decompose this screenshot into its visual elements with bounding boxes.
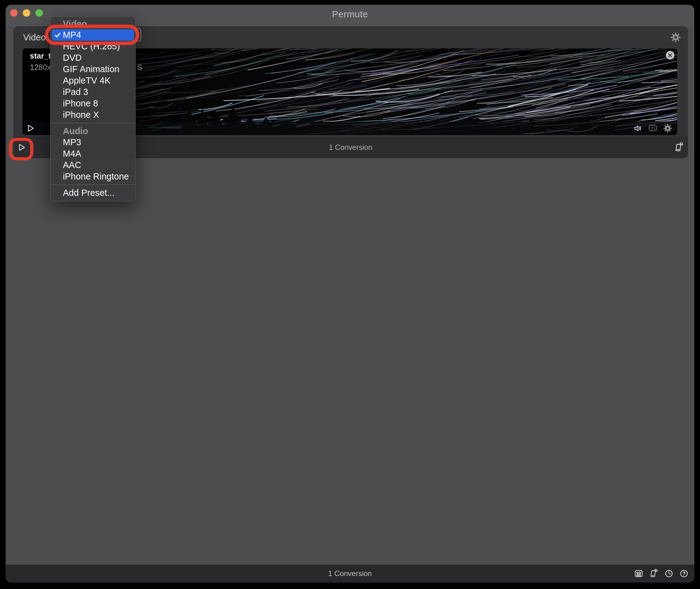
menu-section-header-audio: Audio	[50, 126, 135, 137]
menu-item-iphone-x[interactable]: iPhone X	[52, 109, 134, 121]
menu-item-label: M4A	[63, 149, 81, 159]
menu-item-label: iPad 3	[63, 87, 88, 97]
menu-item-add-preset[interactable]: Add Preset...	[52, 187, 134, 199]
menu-item-ipad-3[interactable]: iPad 3	[52, 86, 134, 98]
annotation-highlight-mp4	[45, 25, 139, 45]
menu-item-label: MP3	[63, 137, 81, 147]
menu-item-label: GIF Animation	[63, 64, 119, 74]
menu-item-aac[interactable]: AAC	[52, 159, 134, 171]
close-icon	[667, 52, 673, 58]
preset-menu-list: VideoMP4HEVC (H.265)DVDGIF AnimationAppl…	[50, 18, 135, 199]
subtitles-icon[interactable]	[648, 123, 658, 133]
remove-item-button[interactable]	[666, 51, 674, 59]
menu-item-label: AppleTV 4K	[63, 75, 111, 86]
menu-item-appletv-4k[interactable]: AppleTV 4K	[52, 75, 134, 86]
menu-item-label: DVD	[63, 53, 82, 63]
menu-item-iphone-ringtone[interactable]: iPhone Ringtone	[52, 171, 134, 182]
menu-item-label: iPhone 8	[63, 99, 98, 109]
menu-item-dvd[interactable]: DVD	[52, 52, 134, 63]
menu-item-iphone-8[interactable]: iPhone 8	[52, 98, 134, 109]
status-bar: 1 Conversion	[6, 565, 694, 582]
annotation-highlight-play-button	[9, 138, 33, 160]
menu-separator	[50, 184, 135, 185]
help-icon[interactable]: ?	[679, 569, 689, 578]
history-clock-icon[interactable]	[664, 569, 674, 578]
volume-icon[interactable]	[634, 124, 643, 133]
menu-separator	[50, 123, 135, 123]
permute-window: Permute Video	[6, 5, 694, 582]
item-settings-gear-icon[interactable]	[663, 124, 672, 133]
menu-item-gif-animation[interactable]: GIF Animation	[52, 63, 134, 75]
conversions-icon[interactable]	[674, 143, 684, 152]
conversions-icon[interactable]	[649, 569, 658, 578]
menu-item-m4a[interactable]: M4A	[52, 148, 134, 159]
menu-item-label: AAC	[63, 160, 81, 170]
status-conversion-count: 1 Conversion	[6, 569, 694, 578]
menu-item-label: Add Preset...	[63, 188, 115, 198]
robot-icon[interactable]	[634, 569, 643, 578]
menu-item-label: iPhone Ringtone	[63, 171, 129, 182]
group-label: Video	[23, 32, 46, 42]
gear-icon[interactable]	[670, 32, 681, 43]
svg-text:?: ?	[682, 571, 686, 576]
menu-item-mp3[interactable]: MP3	[52, 137, 134, 148]
status-bar-icons: ?	[634, 565, 689, 582]
preview-play-icon[interactable]	[27, 124, 35, 132]
menu-item-label: iPhone X	[63, 110, 99, 120]
video-details-end: S	[137, 63, 142, 72]
